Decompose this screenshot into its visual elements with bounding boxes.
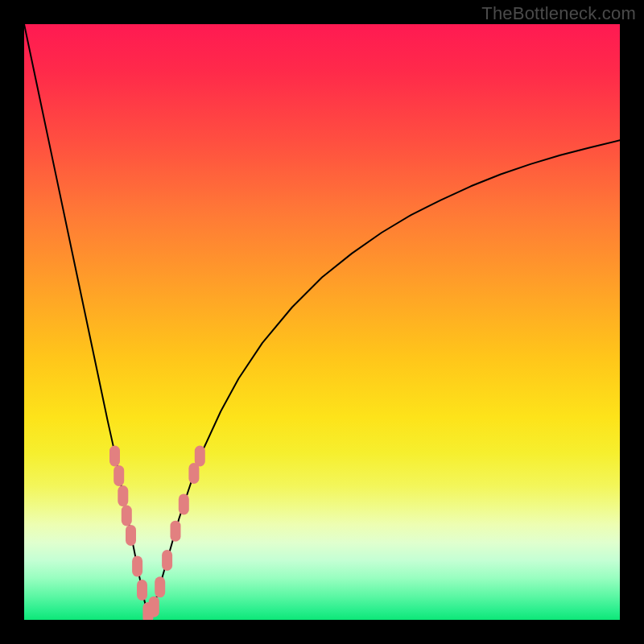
curve-marker: [122, 506, 132, 526]
curve-marker: [155, 576, 165, 597]
curve-marker: [179, 493, 189, 514]
chart-svg: [24, 24, 620, 620]
watermark-text: TheBottleneck.com: [481, 3, 636, 24]
plot-area: [24, 24, 620, 620]
curve-marker: [109, 446, 120, 467]
curve-marker: [171, 521, 181, 542]
curve-marker: [149, 597, 159, 617]
curve-marker: [126, 525, 136, 546]
marker-group: [109, 446, 205, 621]
curve-marker: [118, 485, 128, 506]
bottleneck-curve: [24, 24, 620, 620]
curve-marker: [114, 465, 124, 486]
curve-marker: [195, 446, 205, 467]
curve-marker: [162, 550, 172, 571]
curve-marker: [132, 555, 142, 576]
outer-frame: TheBottleneck.com: [0, 0, 644, 644]
curve-marker: [137, 580, 147, 601]
curve-marker: [188, 463, 199, 484]
